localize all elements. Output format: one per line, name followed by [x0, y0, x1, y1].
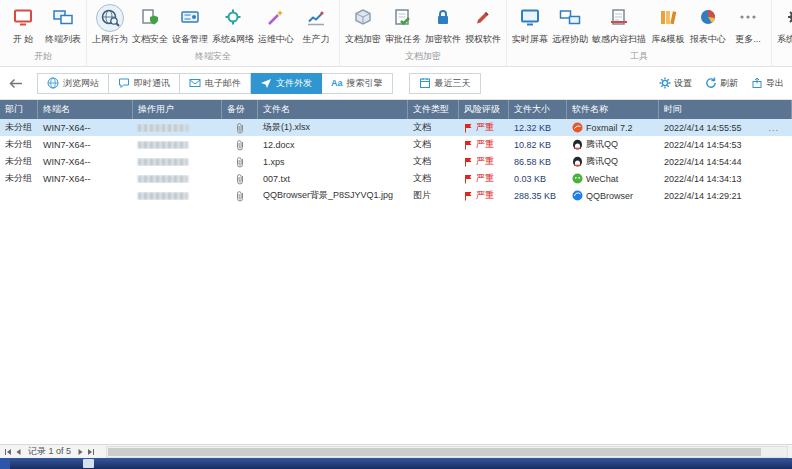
ribbon-item-internet-behavior[interactable]: 上网行为 — [90, 2, 130, 46]
table-row[interactable]: 未分组 WIN7-X64-- 007.txt 文档 严重 0.03 KB WeC… — [0, 170, 792, 187]
ribbon-item-label: 系统&网络 — [212, 33, 254, 46]
table-row[interactable]: QQBrowser背景_P8SJYVQ1.jpg 图片 严重 288.35 KB… — [0, 187, 792, 204]
ribbon-item-label: 远程协助 — [552, 33, 588, 46]
ribbon-item-label: 库&模板 — [652, 33, 685, 46]
horizontal-scrollbar[interactable] — [106, 446, 788, 458]
cell-time: 2022/4/14 14:55:55... — [659, 123, 792, 133]
wechat-icon — [572, 173, 583, 184]
ops-center-icon — [262, 4, 290, 32]
ribbon-item-document-encryption[interactable]: 文档加密 — [343, 2, 383, 46]
ribbon-item-productivity[interactable]: 生产力 — [296, 2, 336, 46]
ribbon-item-label: 文档安全 — [132, 33, 168, 46]
status-bar: 记录 1 of 5 — [0, 444, 792, 458]
ribbon-item-report-center[interactable]: 报表中心 — [688, 2, 728, 46]
foxmail-icon — [572, 122, 583, 133]
cell-filename: QQBrowser背景_P8SJYVQ1.jpg — [258, 189, 408, 202]
tab-browse-websites[interactable]: 浏览网站 — [37, 73, 109, 94]
cell-terminal: WIN7-X64-- — [38, 174, 133, 184]
column-header-filetype[interactable]: 文件类型 — [408, 100, 459, 119]
risk-flag-icon — [464, 140, 473, 150]
cell-software: WeChat — [567, 173, 659, 184]
first-record-button[interactable] — [4, 448, 12, 456]
tab-search-engine[interactable]: Aa 搜索引擎 — [322, 73, 393, 94]
cell-filetype: 文档 — [408, 121, 459, 134]
tab-label: 即时通讯 — [134, 77, 170, 90]
cell-filesize: 12.32 KB — [509, 123, 567, 133]
column-header-dept[interactable]: 部门 — [0, 100, 38, 119]
ribbon-item-library-template[interactable]: 库&模板 — [648, 2, 688, 46]
cell-terminal: WIN7-X64-- — [38, 123, 133, 133]
behavior-tabs: 浏览网站 即时通讯 电子邮件 文件外发 Aa 搜索引擎 — [37, 73, 393, 94]
column-header-user[interactable]: 操作用户 — [133, 100, 222, 119]
ribbon-item-encryption-software[interactable]: 加密软件 — [423, 2, 463, 46]
ribbon-item-device-management[interactable]: 设备管理 — [170, 2, 210, 46]
ribbon-item-authorized-software[interactable]: 授权软件 — [463, 2, 503, 46]
cell-user — [133, 175, 222, 183]
cell-dept: 未分组 — [0, 121, 38, 134]
cell-filename: 1.xps — [258, 157, 408, 167]
row-more-button[interactable]: ... — [768, 123, 787, 133]
cell-filetype: 文档 — [408, 138, 459, 151]
ribbon-item-approval-tasks[interactable]: 审批任务 — [383, 2, 423, 46]
ribbon-item-system-network[interactable]: 系统&网络 — [210, 2, 256, 46]
export-button[interactable]: 导出 — [751, 77, 784, 90]
cell-software: QQBrowser — [567, 190, 659, 201]
blurred-user — [138, 124, 188, 132]
column-header-terminal[interactable]: 终端名 — [38, 100, 133, 119]
ribbon-item-label: 报表中心 — [690, 33, 726, 46]
settings-button[interactable]: 设置 — [659, 77, 692, 90]
last-record-button[interactable] — [87, 448, 95, 456]
cell-backup — [222, 173, 258, 185]
column-header-time[interactable]: 时间 — [659, 100, 792, 119]
tab-instant-messaging[interactable]: 即时通讯 — [109, 73, 180, 94]
cell-filesize: 10.82 KB — [509, 140, 567, 150]
cell-filetype: 文档 — [408, 172, 459, 185]
windows-taskbar[interactable] — [0, 458, 792, 469]
column-header-software[interactable]: 软件名称 — [567, 100, 659, 119]
ribbon-item-remote-assist[interactable]: 远程协助 — [550, 2, 590, 46]
ribbon-item-label: 授权软件 — [465, 33, 501, 46]
back-button[interactable] — [8, 78, 23, 89]
ribbon-item-label: 实时屏幕 — [512, 33, 548, 46]
ribbon-item-sensitive-content-scan[interactable]: 敏感内容扫描 — [590, 2, 648, 46]
ribbon-item-more[interactable]: 更多... — [728, 2, 768, 46]
ribbon-item-system-settings[interactable]: 系统设置 — [775, 2, 792, 46]
ribbon-item-start[interactable]: 开 始 — [3, 2, 43, 46]
cell-dept: 未分组 — [0, 172, 38, 185]
tab-label: 搜索引擎 — [347, 77, 383, 90]
column-header-risk[interactable]: 风险评级 — [459, 100, 509, 119]
tab-label: 浏览网站 — [63, 77, 99, 90]
risk-flag-icon — [464, 123, 473, 133]
ribbon-item-document-security[interactable]: 文档安全 — [130, 2, 170, 46]
column-header-filesize[interactable]: 文件大小 — [509, 100, 567, 119]
ribbon-group-label: 终端安全 — [90, 49, 336, 66]
report-center-icon — [694, 4, 722, 32]
table-row[interactable]: 未分组 WIN7-X64-- 12.docx 文档 严重 10.82 KB 腾讯… — [0, 136, 792, 153]
date-filter-button[interactable]: 最近三天 — [409, 73, 481, 94]
prev-record-button[interactable] — [15, 448, 21, 456]
column-header-filename[interactable]: 文件名 — [258, 100, 408, 119]
cell-time: 2022/4/14 14:34:13 — [659, 174, 792, 184]
table-row[interactable]: 未分组 WIN7-X64-- 1.xps 文档 严重 86.58 KB 腾讯QQ… — [0, 153, 792, 170]
taskbar-start-edge[interactable] — [0, 458, 10, 469]
cell-backup — [222, 122, 258, 134]
tab-email[interactable]: 电子邮件 — [180, 73, 251, 94]
taskbar-app-button[interactable] — [83, 459, 94, 468]
risk-flag-icon — [464, 174, 473, 184]
next-record-button[interactable] — [78, 448, 84, 456]
column-header-backup[interactable]: 备份 — [222, 100, 258, 119]
ribbon-item-ops-center[interactable]: 运维中心 — [256, 2, 296, 46]
risk-flag-icon — [464, 191, 473, 201]
cell-software: 腾讯QQ — [567, 155, 659, 168]
table-row[interactable]: 未分组 WIN7-X64-- 场景(1).xlsx 文档 严重 12.32 KB… — [0, 119, 792, 136]
ribbon-item-realtime-screen[interactable]: 实时屏幕 — [510, 2, 550, 46]
horizontal-scrollbar-thumb[interactable] — [108, 448, 761, 456]
ribbon-item-terminal-list[interactable]: 终端列表 — [43, 2, 83, 46]
cell-software: Foxmail 7.2 — [567, 122, 659, 133]
cell-risk: 严重 — [459, 121, 509, 134]
refresh-button[interactable]: 刷新 — [705, 77, 738, 90]
tab-file-outgoing[interactable]: 文件外发 — [251, 73, 322, 94]
export-label: 导出 — [766, 77, 784, 90]
settings-label: 设置 — [674, 77, 692, 90]
cell-risk: 严重 — [459, 189, 509, 202]
